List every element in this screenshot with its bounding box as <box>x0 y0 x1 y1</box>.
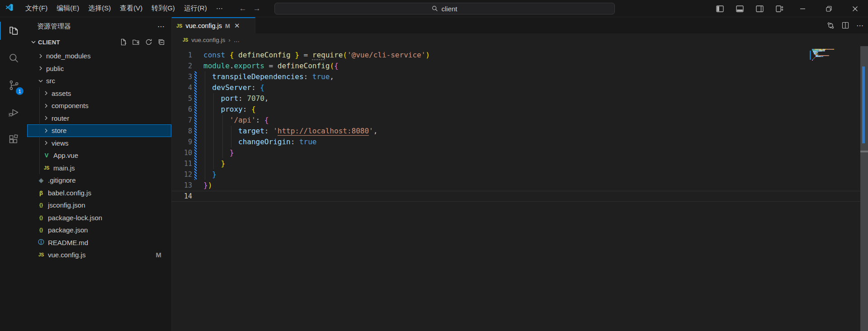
code-token: = <box>264 61 278 70</box>
window-close-button[interactable] <box>842 0 868 17</box>
search-icon <box>432 5 438 12</box>
code-line-11[interactable]: 11 } <box>172 158 868 169</box>
tree-item-src[interactable]: src <box>27 75 171 87</box>
history-back-icon[interactable]: ← <box>239 4 247 13</box>
code-line-12[interactable]: 12 } <box>172 169 868 180</box>
tree-item-router[interactable]: router <box>27 112 171 125</box>
activity-explorer-icon[interactable] <box>0 17 27 44</box>
menu-run[interactable]: 运行(R) <box>179 2 212 14</box>
section-client[interactable]: CLIENT <box>27 36 171 48</box>
collapse-all-icon[interactable] <box>158 38 165 46</box>
menu-selection[interactable]: 选择(S) <box>84 2 115 14</box>
code-line-14[interactable]: 14 <box>172 191 868 202</box>
command-center-search[interactable]: client <box>274 3 615 14</box>
code-token: : <box>304 72 312 81</box>
tree-item-views[interactable]: views <box>27 137 171 150</box>
open-changes-icon[interactable] <box>827 22 835 29</box>
line-number[interactable]: 8 <box>172 126 192 137</box>
menu-file[interactable]: 文件(F) <box>21 2 52 14</box>
activity-extensions-icon[interactable] <box>0 126 27 153</box>
line-number[interactable]: 4 <box>172 82 192 93</box>
line-number[interactable]: 5 <box>172 93 192 104</box>
line-number[interactable]: 3 <box>172 71 192 82</box>
line-number[interactable]: 6 <box>172 104 192 115</box>
tree-item-package-json[interactable]: {}package.json <box>27 224 171 236</box>
window-restore-button[interactable] <box>816 0 842 17</box>
code-editor[interactable]: 1const { defineConfig } = require('@vue/… <box>172 46 868 331</box>
code-token: } <box>203 181 208 189</box>
minimap[interactable] <box>812 49 836 61</box>
vscode-logo-icon <box>5 4 15 14</box>
activity-source-control-icon[interactable]: 1 <box>0 71 27 99</box>
tree-item-store[interactable]: store <box>27 124 171 137</box>
code-line-8[interactable]: 8 target: 'http://localhost:8080', <box>172 126 868 137</box>
editor-more-actions-icon[interactable]: ⋯ <box>856 21 863 30</box>
line-number[interactable]: 9 <box>172 137 192 147</box>
breadcrumb-symbol[interactable]: … <box>234 37 240 43</box>
activity-search-icon[interactable] <box>0 44 27 71</box>
line-number[interactable]: 10 <box>172 147 192 158</box>
code-line-6[interactable]: 6 proxy: { <box>172 104 868 115</box>
tree-item-components[interactable]: components <box>27 99 171 112</box>
tree-item-label: components <box>52 102 89 109</box>
tree-item-label: vue.config.js <box>48 251 85 259</box>
new-folder-icon[interactable] <box>132 38 140 46</box>
split-editor-icon[interactable] <box>842 22 849 29</box>
line-number[interactable]: 12 <box>172 169 192 180</box>
code-token: } <box>221 159 226 168</box>
indent-guide <box>213 137 214 147</box>
menu-overflow-icon[interactable]: ⋯ <box>212 3 227 14</box>
code-token: = <box>299 51 312 59</box>
code-line-1[interactable]: 1const { defineConfig } = require('@vue/… <box>172 50 868 61</box>
tree-item--gitignore[interactable]: ◈.gitignore <box>27 174 171 187</box>
tree-item-label: public <box>46 65 64 72</box>
tree-item-app-vue[interactable]: VApp.vue <box>27 149 171 162</box>
breadcrumb-file[interactable]: vue.config.js <box>191 37 225 43</box>
toggle-primary-sidebar-icon[interactable] <box>710 0 730 17</box>
sidebar-more-actions-icon[interactable]: ⋯ <box>157 22 165 31</box>
menu-edit[interactable]: 编辑(E) <box>52 2 84 14</box>
editor-scrollbar[interactable] <box>860 46 868 331</box>
tree-item-package-lock-json[interactable]: {}package-lock.json <box>27 212 171 224</box>
code-line-13[interactable]: 13}) <box>172 180 868 191</box>
tree-item-assets[interactable]: assets <box>27 87 171 100</box>
code-line-2[interactable]: 2module.exports = defineConfig({ <box>172 61 868 71</box>
minimap-line <box>812 61 836 61</box>
tree-item-jsconfig-json[interactable]: {}jsconfig.json <box>27 199 171 212</box>
line-number[interactable]: 7 <box>172 115 192 126</box>
toggle-panel-icon[interactable] <box>730 0 750 17</box>
window-minimize-button[interactable] <box>789 0 816 17</box>
code-line-7[interactable]: 7 '/api': { <box>172 115 868 126</box>
editor-group: JS vue.config.js M ✕ ⋯ JS vue.config.js … <box>172 17 868 331</box>
line-number[interactable]: 13 <box>172 180 192 191</box>
line-number[interactable]: 14 <box>172 191 192 201</box>
tree-item-babel-config-js[interactable]: βbabel.config.js <box>27 187 171 199</box>
refresh-icon[interactable] <box>145 38 152 46</box>
activity-run-debug-icon[interactable] <box>0 99 27 126</box>
toggle-secondary-sidebar-icon[interactable] <box>750 0 769 17</box>
tree-item-public[interactable]: public <box>27 62 171 75</box>
code-token <box>203 94 221 103</box>
tree-item-readme-md[interactable]: ⓘREADME.md <box>27 236 171 249</box>
line-number[interactable]: 11 <box>172 158 192 169</box>
line-number[interactable]: 2 <box>172 61 192 71</box>
tree-item-vue-config-js[interactable]: JSvue.config.jsM <box>27 249 171 261</box>
customize-layout-icon[interactable] <box>769 0 789 17</box>
menu-view[interactable]: 查看(V) <box>115 2 147 14</box>
tree-item-node-modules[interactable]: node_modules <box>27 50 171 62</box>
menu-goto[interactable]: 转到(G) <box>147 2 179 14</box>
line-number[interactable]: 1 <box>172 50 192 61</box>
tree-item-label: jsconfig.json <box>48 201 85 209</box>
tab-close-icon[interactable]: ✕ <box>234 22 240 30</box>
code-line-9[interactable]: 9 changeOrigin: true <box>172 137 868 147</box>
tree-item-main-js[interactable]: JSmain.js <box>27 162 171 175</box>
tab-vue-config-js[interactable]: JS vue.config.js M ✕ <box>172 17 255 33</box>
code-line-5[interactable]: 5 port: 7070, <box>172 93 868 104</box>
new-file-icon[interactable] <box>120 38 127 46</box>
code-token: http://localhost:8080 <box>278 127 369 135</box>
code-line-3[interactable]: 3 transpileDependencies: true, <box>172 71 868 82</box>
code-token: } <box>212 170 217 179</box>
code-line-4[interactable]: 4 devServer: { <box>172 82 868 93</box>
history-forward-icon[interactable]: → <box>253 4 261 13</box>
code-line-10[interactable]: 10 } <box>172 147 868 158</box>
